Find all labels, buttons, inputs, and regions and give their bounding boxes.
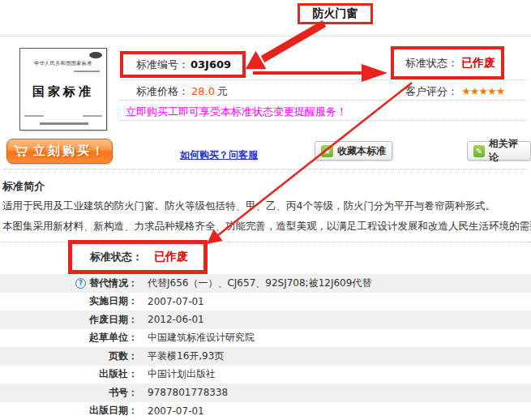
table-row: 起草单位： 中国建筑标准设计研究院 (0, 329, 531, 348)
row-value: 2012-06-01 (148, 314, 204, 325)
buy-now-label: 立刻购买！ (33, 144, 106, 159)
standard-number-value: 03J609 (191, 58, 231, 71)
callout-title: 防火门窗 (313, 6, 358, 21)
row-label: 出版社： (0, 367, 138, 381)
price-label: 标准价格： (136, 85, 189, 97)
buy-now-button[interactable]: 立刻购买！ (6, 139, 113, 164)
row-value: 2007-07-01 (148, 405, 204, 417)
status-label: 标准状态： (405, 56, 458, 71)
cover-decor-line (40, 122, 88, 125)
price-unit: 元 (217, 85, 228, 97)
table-row: 出版社： 中国计划出版社 (0, 366, 531, 384)
standard-number-box: 标准编号： 03J609 (120, 51, 246, 78)
row-value: 中国计划出版社 (148, 367, 216, 381)
status-value: 已作废 (461, 56, 495, 71)
comments-label: 相关评论 (489, 137, 525, 165)
comments-button[interactable]: ✎ 相关评论 (467, 141, 531, 161)
row-label: ?替代情况： (0, 276, 138, 290)
rating-row: 客户评分： ★★★★★ (405, 84, 504, 99)
price-value: 28.0 (191, 85, 215, 97)
row-value: 代替J656（一）、CJ657、92SJ708;被12J609代替 (148, 276, 371, 290)
row-value: 9787801778338 (148, 387, 228, 398)
cover-title: 国家标准 (20, 84, 106, 100)
cover-badge-icon (89, 52, 102, 58)
standard-status-box: 标准状态： 已作废 (391, 46, 504, 79)
dotted-divider (120, 100, 527, 101)
how-to-buy-link[interactable]: 如何购买？问客服 (180, 148, 258, 162)
row-label: 实施日期： (0, 294, 138, 308)
arrowhead (246, 51, 267, 70)
help-icon[interactable]: ? (75, 278, 86, 289)
standard-number-label: 标准编号： (136, 58, 189, 72)
row-value: 2007-07-01 (148, 296, 204, 307)
standard-cover-image[interactable]: 中华人民共和国国家标准 国家标准 (19, 48, 107, 131)
row-label-text: 替代情况： (89, 277, 138, 289)
table-row: 页数： 平装横16开,93页 (0, 347, 531, 366)
row-label: 起草单位： (0, 331, 138, 345)
promo-text: 立即购买工即可享受本标准状态变更提醒服务！ (126, 105, 347, 119)
table-row: 出版日期： 2007-07-01 (0, 402, 531, 420)
details-table: ?替代情况： 代替J656（一）、CJ657、92SJ708;被12J609代替… (0, 274, 531, 420)
status-label: 标准状态： (90, 250, 143, 264)
table-row: 实施日期： 2007-07-01 (0, 293, 531, 311)
row-label: 页数： (0, 349, 138, 363)
favorite-icon: ★ (321, 145, 333, 157)
intro-text: 适用于民用及工业建筑的防火门窗。防火等级包括特、甲、乙、丙4个等级，防火门分为平… (2, 199, 495, 213)
comments-icon: ✎ (473, 145, 485, 157)
cover-decor-line (24, 115, 44, 117)
intro-text: 本图集采用新材料、新构造、力求品种规格齐全、功能完善，造型美观，以满足工程设计发… (2, 220, 531, 234)
favorite-button[interactable]: ★ 收藏本标准 (315, 141, 392, 161)
row-label: 书号： (0, 386, 138, 400)
arrow-callout-to-number (263, 24, 324, 59)
price-row: 标准价格：28.0元 (136, 84, 228, 99)
header-divider (0, 36, 531, 36)
cover-decor-line (83, 115, 102, 117)
row-label: 出版日期： (0, 404, 138, 418)
status-highlight-box: 标准状态： 已作废 (68, 240, 208, 274)
table-row: 书号： 9787801778338 (0, 384, 531, 402)
dotted-divider (3, 169, 527, 169)
row-value: 平装横16开,93页 (148, 349, 224, 363)
cover-subline (74, 71, 100, 72)
rating-label: 客户评分： (405, 85, 458, 97)
callout-box: 防火门窗 (298, 3, 373, 24)
favorite-label: 收藏本标准 (337, 144, 386, 158)
row-value: 中国建筑标准设计研究院 (148, 331, 255, 345)
dotted-divider (120, 79, 527, 80)
status-value: 已作废 (154, 250, 188, 264)
rating-stars: ★★★★★ (461, 85, 504, 97)
intro-heading: 标准简介 (2, 179, 45, 194)
dotted-divider (120, 120, 527, 121)
cart-icon (13, 144, 29, 158)
table-row: ?替代情况： 代替J656（一）、CJ657、92SJ708;被12J609代替 (0, 274, 531, 293)
table-row: 作废日期： 2012-06-01 (0, 311, 531, 329)
row-label: 作废日期： (0, 313, 138, 327)
cover-top-text: 中华人民共和国国家标准 (20, 60, 106, 67)
page: 防火门窗 中华人民共和国国家标准 国家标准 标准编号： 03J609 标准价格：… (0, 0, 531, 420)
